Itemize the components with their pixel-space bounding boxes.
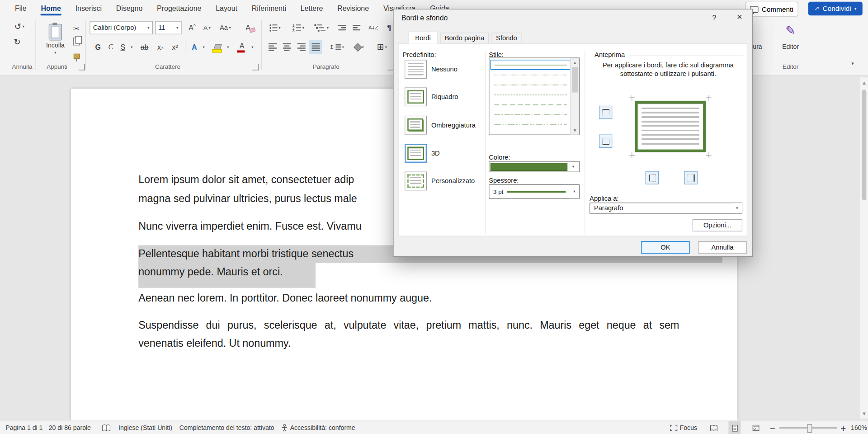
language-indicator[interactable]: Inglese (Stati Uniti) [118, 421, 172, 434]
underline-button[interactable]: S [118, 40, 128, 54]
tab-inserisci[interactable]: Inserisci [68, 0, 109, 17]
tab-riferimenti[interactable]: Riferimenti [245, 0, 293, 17]
print-layout-button[interactable] [728, 421, 741, 434]
format-painter-button[interactable] [70, 50, 83, 62]
scrollbar-thumb[interactable] [572, 67, 578, 92]
align-right-button[interactable] [294, 40, 307, 54]
shrink-font-button[interactable]: A▾ [200, 21, 213, 34]
change-case-button[interactable]: Aa ▾ [216, 21, 235, 34]
share-button[interactable]: ↗ Condividi ▾ [808, 2, 863, 16]
preview-left-border-button[interactable] [646, 171, 659, 184]
editor-button-label[interactable]: Editor [776, 43, 805, 50]
dialog-help-button[interactable]: ? [707, 12, 722, 24]
page-indicator[interactable]: Pagina 1 di 1 [5, 421, 42, 434]
document-line[interactable]: venenatis eleifend. Ut nonummy. [138, 336, 291, 350]
bold-button[interactable]: G [92, 40, 104, 54]
ok-button[interactable]: OK [641, 241, 690, 254]
clear-formatting-button[interactable]: A [240, 21, 255, 34]
text-effects-chevron-button[interactable]: ▾ [200, 40, 207, 54]
dialog-tab-bordi[interactable]: Bordi [408, 32, 438, 44]
scrollbar-thumb[interactable] [862, 90, 867, 200]
align-left-button[interactable] [266, 40, 279, 54]
font-size-combo[interactable]: 11 ▾ [155, 21, 182, 34]
scroll-down-icon[interactable]: ▼ [860, 412, 868, 416]
font-family-combo[interactable]: Calibri (Corpo) ▾ [90, 21, 153, 34]
highlight-chevron-button[interactable]: ▾ [225, 40, 231, 54]
dialog-close-button[interactable]: × [731, 10, 748, 24]
preset-riquadro-label[interactable]: Riquadro [431, 93, 458, 101]
preset-nessuno-label[interactable]: Nessuno [431, 65, 458, 73]
scroll-down-icon[interactable]: ▼ [571, 128, 579, 132]
style-option-solid[interactable] [491, 60, 571, 70]
italic-button[interactable]: C [105, 40, 116, 54]
subscript-button[interactable]: x₂ [154, 40, 167, 54]
font-color-button[interactable]: A [235, 40, 249, 54]
document-line[interactable]: magna sed pulvinar ultricies, purus lect… [138, 192, 357, 206]
strikethrough-button[interactable]: ab [137, 40, 152, 54]
preset-riquadro-icon[interactable] [405, 87, 427, 106]
document-line[interactable]: Suspendisse dui purus, scelerisque at, v… [138, 318, 679, 333]
text-effects-button[interactable]: A [188, 40, 200, 54]
preset-3d-label[interactable]: 3D [431, 150, 440, 157]
underline-chevron-button[interactable]: ▾ [128, 40, 135, 54]
accessibility-status[interactable]: Accessibilità: conforme [290, 421, 355, 434]
scroll-up-icon[interactable]: ▲ [571, 60, 579, 64]
word-count[interactable]: 20 di 86 parole [49, 421, 91, 434]
style-option-dash-dot[interactable] [491, 109, 571, 119]
font-dialog-launcher[interactable] [252, 64, 258, 70]
text-completion-indicator[interactable]: Completamento del testo: attivato [179, 421, 274, 434]
cut-button[interactable]: ✂ [70, 22, 83, 34]
preset-personalizzato-icon[interactable] [405, 172, 427, 191]
dialog-tab-sfondo[interactable]: Sfondo [491, 33, 522, 43]
justify-button[interactable] [309, 40, 322, 54]
tab-home[interactable]: Home [34, 0, 68, 17]
paste-button[interactable]: Incolla ▾ [42, 19, 69, 60]
preset-nessuno-icon[interactable] [405, 60, 427, 79]
decrease-indent-button[interactable] [335, 21, 349, 34]
style-option-dotted-light[interactable] [491, 70, 571, 80]
tab-revisione[interactable]: Revisione [330, 0, 376, 17]
preset-3d-icon[interactable] [405, 144, 427, 163]
increase-indent-button[interactable] [350, 21, 363, 34]
border-style-listbox[interactable]: ▲ ▼ [489, 57, 580, 135]
style-option-dashed[interactable] [491, 99, 571, 109]
preview-bottom-border-button[interactable] [599, 135, 612, 148]
zoom-slider-thumb[interactable] [807, 424, 812, 433]
preset-ombreggiatura-label[interactable]: Ombreggiatura [431, 121, 476, 129]
copy-button[interactable] [70, 35, 83, 47]
scroll-up-icon[interactable]: ▲ [860, 81, 868, 85]
bullets-button[interactable]: ▾ [266, 21, 285, 34]
style-option-dash-dot-dot[interactable] [491, 119, 571, 129]
document-line-selected[interactable]: nonummy pede. Mauris et orci. [138, 264, 283, 279]
borders-button[interactable]: ⊞ ▾ [372, 40, 392, 54]
zoom-out-button[interactable]: − [769, 421, 775, 434]
numbering-button[interactable]: 1 2 3 ▾ [289, 21, 308, 34]
editor-button[interactable]: ✎ [776, 19, 805, 42]
tab-layout[interactable]: Layout [208, 0, 245, 17]
tab-lettere[interactable]: Lettere [293, 0, 330, 17]
style-list-scrollbar[interactable]: ▲ ▼ [570, 58, 579, 135]
style-option-dotted[interactable] [491, 80, 571, 90]
align-center-button[interactable] [280, 40, 293, 54]
preview-right-border-button[interactable] [684, 171, 697, 184]
tab-file[interactable]: File [8, 0, 33, 17]
undo-button[interactable]: ↺ ▾ [10, 20, 29, 33]
web-layout-button[interactable] [750, 421, 762, 434]
zoom-level[interactable]: 160% [851, 421, 867, 434]
highlight-color-button[interactable] [210, 40, 225, 54]
document-line-selected[interactable]: Pellentesque habitant morbi tristique se… [138, 247, 354, 261]
style-option-dashed-small[interactable] [491, 90, 571, 99]
focus-button[interactable]: Focus [680, 421, 697, 434]
font-color-chevron-button[interactable]: ▾ [249, 40, 256, 54]
comments-button[interactable]: Commenti [745, 2, 798, 17]
zoom-in-button[interactable]: + [840, 421, 846, 434]
collapse-ribbon-icon[interactable]: ▾ [851, 61, 854, 66]
border-width-combo[interactable]: 3 pt ▾ [489, 184, 580, 199]
document-line[interactable]: Aenean nec lorem. In porttitor. Donec la… [138, 291, 432, 306]
proofing-icon[interactable] [102, 421, 111, 434]
tab-disegno[interactable]: Disegno [109, 0, 150, 17]
sort-button[interactable]: A↓Z [365, 21, 381, 34]
apply-to-combo[interactable]: Paragrafo ▾ [590, 203, 742, 213]
document-line[interactable]: Nunc viverra imperdiet enim. Fusce est. … [138, 219, 362, 234]
document-line[interactable]: Lorem ipsum dolor sit amet, consectetuer… [138, 173, 354, 187]
